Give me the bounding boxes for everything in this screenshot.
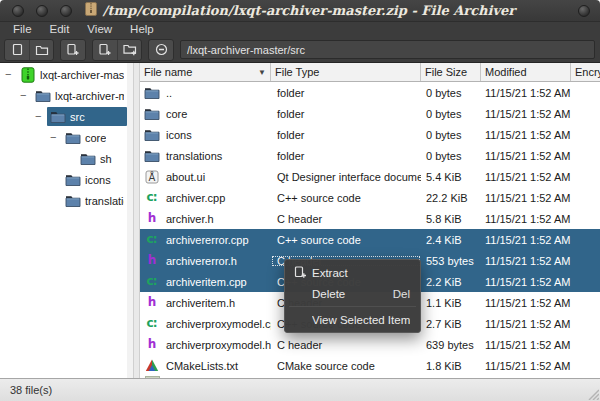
tree-item-translations[interactable]: translations <box>0 190 133 211</box>
file-size: 553 bytes <box>421 255 481 267</box>
resize-grip[interactable] <box>586 387 599 400</box>
tree-item-src[interactable]: −src <box>0 106 133 127</box>
file-name: core <box>166 108 187 120</box>
file-modified: 11/15/21 1:52 AM <box>481 255 571 267</box>
file-modified: 11/15/21 1:52 AM <box>481 87 571 99</box>
menu-icon-placeholder <box>293 287 307 301</box>
tree-item-sh[interactable]: sh <box>0 148 133 169</box>
menu-view[interactable]: View <box>78 22 121 37</box>
extract-button[interactable] <box>61 40 85 60</box>
cpp-file-icon: c: <box>143 316 160 331</box>
column-header-file-type[interactable]: File Type <box>271 63 421 81</box>
file-size: 1.8 KiB <box>421 360 481 372</box>
tree-item-label: lxqt-archiver-master <box>55 90 124 102</box>
file-size: 0 bytes <box>421 108 481 120</box>
menu-shortcut: Del <box>383 288 410 300</box>
column-header-file-size[interactable]: File Size <box>421 63 481 81</box>
h-file-icon: h <box>143 211 160 226</box>
file-row-icons[interactable]: iconsfolder0 bytes11/15/21 1:52 AM <box>140 124 600 145</box>
folder-icon <box>143 127 160 142</box>
window-minimize-button[interactable] <box>36 5 48 17</box>
window-maximize-button[interactable] <box>60 5 72 17</box>
folder-icon <box>35 89 51 103</box>
toolbar-group <box>4 39 54 61</box>
tree-expander[interactable]: − <box>5 64 17 85</box>
file-row-archiver-h[interactable]: harchiver.hC header5.8 KiB11/15/21 1:52 … <box>140 208 600 229</box>
file-name: .. <box>166 87 172 99</box>
file-modified: 11/15/21 1:52 AM <box>481 129 571 141</box>
file-row-core[interactable]: corefolder0 bytes11/15/21 1:52 AM <box>140 103 600 124</box>
file-name: icons <box>166 129 192 141</box>
window-close-button[interactable] <box>12 5 24 17</box>
tree-item-lxqt-archiver-master[interactable]: −lxqt-archiver-master <box>0 85 133 106</box>
file-row-about-ui[interactable]: Åabout.uiQt Designer interface document5… <box>140 166 600 187</box>
column-header-encrypted[interactable]: Encrypted <box>571 63 600 81</box>
new-archive-button[interactable] <box>5 40 29 60</box>
context-menu-delete[interactable]: DeleteDel <box>285 283 420 304</box>
file-size: 0 bytes <box>421 87 481 99</box>
file-name: archiverproxymodel.cpp <box>166 318 271 330</box>
column-header-modified[interactable]: Modified <box>481 63 571 81</box>
zip-archive-icon <box>20 67 36 83</box>
add-folder-button[interactable] <box>117 40 141 60</box>
tree-scrollbar[interactable] <box>127 63 133 378</box>
remove-button[interactable] <box>149 40 173 60</box>
file-size: 2.7 KiB <box>421 318 481 330</box>
file-type: CMake source code <box>271 360 421 372</box>
add-files-button[interactable] <box>93 40 117 60</box>
file-name: translations <box>166 150 222 162</box>
document-plus-icon <box>66 43 80 56</box>
archive-path-input[interactable] <box>180 40 595 59</box>
file-row-translations[interactable]: translationsfolder0 bytes11/15/21 1:52 A… <box>140 145 600 166</box>
file-size: 639 bytes <box>421 339 481 351</box>
file-row-archivererror-cpp[interactable]: c:archivererror.cppC++ source code2.4 Ki… <box>140 229 600 250</box>
file-row-cmakelists-txt[interactable]: CMakeLists.txtCMake source code1.8 KiB11… <box>140 355 600 376</box>
file-list-header: File name▼File TypeFile SizeModifiedEncr… <box>140 63 600 82</box>
folder-icon <box>143 85 160 100</box>
file-modified: 11/15/21 1:52 AM <box>481 318 571 330</box>
file-modified: 11/15/21 1:52 AM <box>481 339 571 351</box>
tree-item-label: sh <box>100 153 112 165</box>
context-menu-view-selected-items[interactable]: View Selected Items <box>285 309 420 330</box>
tree-item-lxqt-archiver-master-zip[interactable]: −lxqt-archiver-master.zip <box>0 64 133 85</box>
h-file-icon: h <box>143 295 160 310</box>
tree-expander[interactable]: − <box>50 127 62 148</box>
tree-expander[interactable]: − <box>35 106 47 127</box>
open-archive-button[interactable] <box>29 40 53 60</box>
file-name: CMakeLists.txt <box>166 360 238 372</box>
menu-file[interactable]: File <box>4 22 41 37</box>
file-type: C++ source code <box>271 234 421 246</box>
menu-help[interactable]: Help <box>121 22 163 37</box>
menu-edit[interactable]: Edit <box>41 22 79 37</box>
folder-icon <box>65 173 81 187</box>
file-row-archiverproxymodel-h[interactable]: harchiverproxymodel.hC header639 bytes11… <box>140 334 600 355</box>
file-type: folder <box>271 129 421 141</box>
file-row--[interactable]: ..folder0 bytes11/15/21 1:52 AM <box>140 82 600 103</box>
file-size: 1.1 KiB <box>421 297 481 309</box>
tree-item-icons[interactable]: icons <box>0 169 133 190</box>
tree-item-core[interactable]: −core <box>0 127 133 148</box>
toolbar <box>0 37 600 63</box>
file-type: folder <box>271 87 421 99</box>
context-menu-extract[interactable]: Extract <box>285 262 420 283</box>
context-menu: ExtractDeleteDelView Selected Items <box>284 259 421 333</box>
window-menu-button[interactable] <box>578 5 590 17</box>
tree-expander[interactable]: − <box>20 85 32 106</box>
extract-icon <box>293 266 307 280</box>
window-zip-icon <box>85 2 97 20</box>
file-type: C header <box>271 339 421 351</box>
file-size: 5.8 KiB <box>421 213 481 225</box>
file-modified: 11/15/21 1:52 AM <box>481 213 571 225</box>
menu-icon-placeholder <box>293 313 307 327</box>
panel-splitter[interactable] <box>133 63 140 378</box>
folder-icon <box>143 148 160 163</box>
toolbar-group <box>92 39 142 61</box>
toolbar-group <box>60 39 86 61</box>
file-name: about.ui <box>166 171 205 183</box>
file-row-archiver-cpp[interactable]: c:archiver.cppC++ source code22.2 KiB11/… <box>140 187 600 208</box>
tree-item-label: icons <box>85 174 111 186</box>
file-modified: 11/15/21 1:52 AM <box>481 108 571 120</box>
menubar: FileEditViewHelp <box>0 22 600 37</box>
column-header-file-name[interactable]: File name▼ <box>140 63 271 81</box>
folder-icon <box>50 110 66 124</box>
